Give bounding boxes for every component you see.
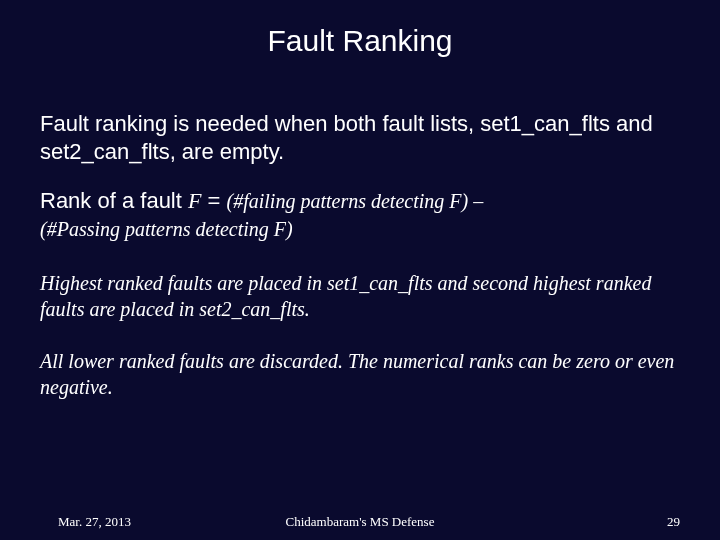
slide-body: Fault ranking is needed when both fault …	[40, 110, 680, 426]
footer-center: Chidambaram's MS Defense	[0, 514, 720, 530]
paragraph-rank-formula-line1: Rank of a fault F = (#failing patterns d…	[40, 187, 680, 215]
slide: Fault Ranking Fault ranking is needed wh…	[0, 0, 720, 540]
rank-tail-text: (#failing patterns detecting F) –	[227, 190, 484, 212]
rank-variable-f: F	[188, 188, 201, 213]
footer-page-number: 29	[667, 514, 680, 530]
paragraph-placement: Highest ranked faults are placed in set1…	[40, 270, 680, 322]
paragraph-rank-formula-line2: (#Passing patterns detecting F)	[40, 217, 680, 242]
slide-title: Fault Ranking	[0, 24, 720, 58]
rank-equals: =	[201, 188, 226, 213]
rank-lead-text: Rank of a fault	[40, 188, 188, 213]
paragraph-intro: Fault ranking is needed when both fault …	[40, 110, 680, 165]
paragraph-discard: All lower ranked faults are discarded. T…	[40, 348, 680, 400]
